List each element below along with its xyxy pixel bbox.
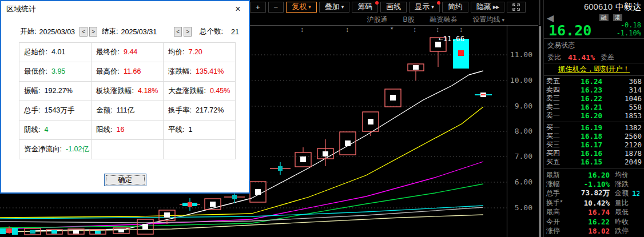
stats-cell: 资金净流向:-1.02亿 bbox=[19, 140, 92, 159]
chevron-down-icon: ▾ bbox=[502, 18, 504, 23]
simple-button[interactable]: 简约 bbox=[442, 2, 468, 13]
ok-button[interactable]: 确定 bbox=[104, 174, 146, 186]
stats-cell: 最终价:9.44 bbox=[92, 43, 164, 62]
collapse-panel-arrow-icon[interactable]: ◀ bbox=[547, 13, 554, 23]
stat-value: 192.27% bbox=[44, 87, 72, 95]
trade-status-label: 交易状态 bbox=[547, 41, 575, 50]
stats-cell: 总手:1543万手 bbox=[19, 101, 92, 120]
event-marker-icon: ↕ bbox=[413, 26, 416, 34]
end-next-button[interactable]: > bbox=[184, 27, 192, 37]
submenu-margin-trading[interactable]: 融资融券 bbox=[430, 15, 457, 25]
sell-order-list: 卖五16.24368卖四16.23314卖三16.221046卖二16.2155… bbox=[544, 76, 644, 122]
stat-value: 1543万手 bbox=[44, 106, 74, 114]
stats-cell: 平线:1 bbox=[164, 120, 236, 140]
overlay-button[interactable]: 叠加▾ bbox=[319, 2, 350, 13]
event-marker-icon: ↕ bbox=[459, 26, 463, 34]
submenu-hu-gu-tong[interactable]: 沪股通 bbox=[367, 15, 387, 25]
info-label: 跌停 bbox=[615, 226, 632, 236]
info-label: 总手 bbox=[546, 188, 568, 198]
buy-row-price: 16.15 bbox=[567, 158, 602, 166]
y-axis-label: 8.00 bbox=[515, 127, 532, 135]
buy-row-volume: 1382 bbox=[602, 123, 642, 132]
fullscreen-icon bbox=[512, 3, 520, 11]
stats-cell: 金额:111亿 bbox=[92, 101, 164, 120]
change-percent: -1.10% bbox=[617, 29, 641, 37]
expand-button[interactable] bbox=[507, 2, 526, 13]
price-change: -0.18 -1.10% bbox=[617, 21, 641, 38]
open-account-ad-link[interactable]: 抓住机会，即刻开户！ bbox=[544, 63, 644, 76]
info-value: -1.10% bbox=[568, 180, 610, 188]
notification-dot-icon bbox=[375, 1, 379, 5]
buy-row-volume: 2560 bbox=[602, 132, 642, 140]
submenu-b-share[interactable]: B股 bbox=[403, 15, 414, 25]
start-prev-button[interactable]: < bbox=[79, 27, 88, 37]
overlay-button-label: 叠加 bbox=[325, 2, 340, 12]
hide-button-label: 隐藏 bbox=[476, 2, 491, 12]
buy-row-price: 16.17 bbox=[567, 140, 602, 149]
change-value: -0.18 bbox=[621, 21, 641, 29]
close-icon[interactable]: × bbox=[232, 3, 244, 15]
sell-row[interactable]: 卖三16.221046 bbox=[546, 94, 642, 103]
buy-row[interactable]: 买四16.161878 bbox=[546, 149, 642, 158]
zoom-out-button[interactable]: − bbox=[268, 2, 284, 13]
count-label: 总个数: bbox=[200, 27, 223, 37]
candle bbox=[30, 230, 35, 234]
stats-row: 总手:1543万手金额:111亿换手率:217.72% bbox=[19, 101, 236, 120]
chips-button-label: 筹码 bbox=[357, 2, 372, 12]
sell-row[interactable]: 卖四16.23314 bbox=[546, 86, 642, 94]
info-value: 73.82万 bbox=[568, 188, 610, 198]
stats-row: 振幅:192.27%板块涨跌幅:4.18%大盘涨跌幅:0.45% bbox=[19, 82, 236, 101]
candle bbox=[278, 166, 283, 171]
candle bbox=[95, 231, 101, 234]
submenu-b-share-label: B股 bbox=[403, 15, 414, 25]
dialog-date-row: 开始: 2025/03/03 < > 结束: 2025/03/31 < > 总个… bbox=[20, 27, 249, 37]
stat-value: -1.02亿 bbox=[66, 145, 89, 153]
stat-value: 16 bbox=[116, 126, 124, 134]
stats-cell: 大盘涨跌幅:0.45% bbox=[164, 82, 236, 101]
display-button[interactable]: 显示▾ bbox=[409, 2, 440, 13]
info-row: 最高16.74最低 bbox=[546, 208, 642, 217]
draw-line-button[interactable]: 画线 bbox=[380, 2, 407, 13]
chevron-down-icon: ▾ bbox=[431, 5, 434, 10]
quote-info-grid: 最新16.20均价涨幅-1.10%涨跌总手73.82万金额12换手*10.42%… bbox=[544, 168, 644, 236]
sell-row[interactable]: 卖二16.21558 bbox=[546, 103, 642, 111]
candle bbox=[118, 229, 124, 232]
info-label: 最高 bbox=[546, 207, 568, 217]
zoom-out-button-label: − bbox=[274, 3, 279, 11]
candle bbox=[12, 228, 18, 235]
hide-button[interactable]: 隐藏▶▶ bbox=[471, 2, 504, 13]
sell-row[interactable]: 卖一16.201853 bbox=[546, 111, 642, 120]
margin-badge[interactable]: 融 bbox=[599, 14, 609, 21]
buy-row[interactable]: 买三16.172120 bbox=[546, 140, 642, 149]
stats-cell bbox=[92, 140, 164, 159]
stat-label: 均价: bbox=[168, 48, 184, 56]
end-prev-button[interactable]: < bbox=[174, 27, 182, 37]
buy-row[interactable]: 买五16.152049 bbox=[546, 158, 642, 166]
chips-button[interactable]: 筹码 bbox=[352, 2, 378, 13]
info-value: 10.42% bbox=[568, 199, 610, 207]
stock-badges: 融 港 bbox=[544, 13, 644, 21]
stat-value: 7.20 bbox=[188, 48, 202, 56]
sell-row-price: 16.20 bbox=[567, 111, 602, 120]
adjust-price-button[interactable]: 复权▾ bbox=[286, 2, 317, 13]
weibi-label: 委比 bbox=[547, 53, 561, 62]
submenu-set-ma[interactable]: 设置均线▾ bbox=[472, 15, 504, 25]
high-price-annotation: ←11.66 bbox=[439, 34, 464, 43]
start-label: 开始: bbox=[20, 27, 36, 37]
chevron-down-icon: ▾ bbox=[341, 5, 344, 10]
dialog-titlebar[interactable]: 区域统计 × bbox=[1, 1, 249, 17]
buy-row[interactable]: 买二16.182560 bbox=[546, 132, 642, 140]
stats-cell: 起始价:4.01 bbox=[19, 43, 92, 62]
start-next-button[interactable]: > bbox=[89, 27, 97, 37]
stats-row: 阴线:4阳线:16平线:1 bbox=[19, 120, 236, 140]
stat-label: 最低价: bbox=[24, 67, 47, 75]
stats-cell: 均价:7.20 bbox=[164, 43, 236, 62]
stat-label: 振幅: bbox=[24, 87, 40, 95]
stock-code: 600610 bbox=[584, 2, 613, 11]
zoom-in-button[interactable]: + bbox=[250, 2, 266, 13]
hk-connect-badge[interactable]: 港 bbox=[613, 14, 622, 21]
buy-row[interactable]: 买一16.191382 bbox=[546, 123, 642, 132]
sell-row[interactable]: 卖五16.24368 bbox=[546, 77, 642, 86]
stat-value: 1 bbox=[188, 126, 192, 134]
stat-label: 板块涨跌幅: bbox=[96, 87, 134, 95]
